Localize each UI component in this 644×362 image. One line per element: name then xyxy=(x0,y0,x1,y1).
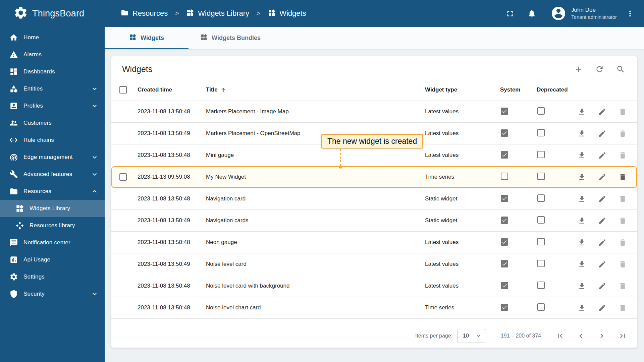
delete-button[interactable] xyxy=(619,108,627,116)
delete-button[interactable] xyxy=(619,282,627,290)
column-header-system[interactable]: System xyxy=(497,86,534,93)
first-page-button[interactable] xyxy=(556,331,565,340)
download-button[interactable] xyxy=(578,151,586,160)
download-button[interactable] xyxy=(578,217,586,225)
edit-button[interactable] xyxy=(598,108,606,116)
sidebar-item-advanced-features[interactable]: Advanced features xyxy=(0,166,105,183)
brand-logo[interactable]: ThingsBoard xyxy=(0,0,105,27)
table-row[interactable]: 2023-11-08 13:50:48Neon gaugeLatest valu… xyxy=(111,232,637,253)
system-checkbox[interactable] xyxy=(501,173,508,180)
edit-button[interactable] xyxy=(598,304,606,312)
delete-button[interactable] xyxy=(619,195,627,203)
warning-icon xyxy=(9,50,18,59)
add-widget-button[interactable] xyxy=(574,65,583,74)
system-checkbox[interactable] xyxy=(501,195,508,202)
delete-button[interactable] xyxy=(619,129,627,138)
download-button[interactable] xyxy=(578,238,586,247)
delete-button[interactable] xyxy=(619,151,627,160)
deprecated-checkbox[interactable] xyxy=(537,282,545,289)
download-button[interactable] xyxy=(578,304,586,312)
system-checkbox[interactable] xyxy=(501,108,508,115)
deprecated-checkbox[interactable] xyxy=(537,107,545,115)
deprecated-checkbox[interactable] xyxy=(537,260,545,267)
column-header-created-time[interactable]: Created time xyxy=(135,86,203,93)
page-size-select[interactable]: 10 xyxy=(457,329,486,343)
deprecated-checkbox[interactable] xyxy=(537,303,545,311)
column-header-deprecated[interactable]: Deprecated xyxy=(534,86,574,93)
edit-button[interactable] xyxy=(598,217,606,225)
sidebar-item-widgets-library[interactable]: Widgets Library xyxy=(0,200,105,217)
user-avatar[interactable] xyxy=(550,5,567,21)
system-checkbox[interactable] xyxy=(501,151,508,159)
sidebar-item-dashboards[interactable]: Dashboards xyxy=(0,63,105,80)
tab-widgets-bundles[interactable]: Widgets Bundles xyxy=(189,27,272,49)
system-checkbox[interactable] xyxy=(501,260,508,267)
more-vert-menu-button[interactable] xyxy=(626,9,635,18)
delete-button[interactable] xyxy=(619,217,627,225)
edit-button[interactable] xyxy=(598,260,606,268)
edit-button[interactable] xyxy=(598,129,606,138)
deprecated-checkbox[interactable] xyxy=(537,129,545,136)
row-checkbox[interactable] xyxy=(119,173,127,181)
last-page-button[interactable] xyxy=(618,331,627,340)
table-row[interactable]: 2023-11-08 13:50:49Navigation cardsStati… xyxy=(111,210,637,232)
sidebar-item-rule-chains[interactable]: Rule chains xyxy=(0,131,105,148)
edit-button[interactable] xyxy=(598,151,606,160)
column-header-widget-type[interactable]: Widget type xyxy=(422,86,497,93)
sidebar-item-resources[interactable]: Resources xyxy=(0,183,105,200)
breadcrumb-widgets-library[interactable]: Widgets Library xyxy=(186,9,249,18)
download-button[interactable] xyxy=(578,282,586,290)
deprecated-checkbox[interactable] xyxy=(537,194,545,202)
edit-button[interactable] xyxy=(598,173,606,181)
tab-widgets[interactable]: Widgets xyxy=(105,27,189,49)
breadcrumb-widgets[interactable]: Widgets xyxy=(268,9,306,18)
delete-button[interactable] xyxy=(619,173,627,181)
sidebar-item-notification-center[interactable]: Notification center xyxy=(0,234,105,251)
system-checkbox[interactable] xyxy=(501,282,508,289)
deprecated-checkbox[interactable] xyxy=(537,238,545,245)
notifications-bell-button[interactable] xyxy=(527,9,536,18)
sidebar-item-settings[interactable]: Settings xyxy=(0,268,105,285)
sidebar-item-home[interactable]: Home xyxy=(0,29,105,46)
sidebar-item-entities[interactable]: Entities xyxy=(0,80,105,97)
system-checkbox[interactable] xyxy=(501,129,508,137)
system-checkbox[interactable] xyxy=(501,238,508,246)
table-row[interactable]: 2023-11-08 13:50:48Markers Placement - I… xyxy=(111,101,637,123)
deprecated-checkbox[interactable] xyxy=(537,173,545,180)
download-button[interactable] xyxy=(578,195,586,203)
sidebar-item-security[interactable]: Security xyxy=(0,285,105,302)
previous-page-button[interactable] xyxy=(577,331,585,340)
edit-button[interactable] xyxy=(598,195,606,203)
edit-button[interactable] xyxy=(598,238,606,247)
download-button[interactable] xyxy=(578,260,586,268)
table-row[interactable]: 2023-11-08 13:50:48Noise level card with… xyxy=(111,275,637,297)
sidebar-item-customers[interactable]: Customers xyxy=(0,114,105,131)
column-header-title[interactable]: Title xyxy=(203,86,422,93)
table-row[interactable]: 2023-11-13 09:59:08My New WidgetTime ser… xyxy=(111,166,637,188)
deprecated-checkbox[interactable] xyxy=(537,151,545,158)
select-all-checkbox[interactable] xyxy=(119,86,127,94)
table-row[interactable]: 2023-11-08 13:50:48Noise level chart car… xyxy=(111,297,637,319)
download-button[interactable] xyxy=(578,129,586,138)
search-button[interactable] xyxy=(616,65,625,74)
download-button[interactable] xyxy=(578,108,586,116)
sidebar-item-profiles[interactable]: Profiles xyxy=(0,97,105,114)
sidebar-item-resources-library[interactable]: Resources library xyxy=(0,217,105,234)
system-checkbox[interactable] xyxy=(501,217,508,224)
delete-button[interactable] xyxy=(619,304,627,312)
table-row[interactable]: 2023-11-08 13:50:48Navigation cardStatic… xyxy=(111,188,637,210)
sidebar-item-edge-management[interactable]: Edge management xyxy=(0,148,105,166)
breadcrumb-resources[interactable]: Resources xyxy=(121,9,168,18)
sidebar-item-alarms[interactable]: Alarms xyxy=(0,46,105,63)
system-checkbox[interactable] xyxy=(501,304,508,311)
deprecated-checkbox[interactable] xyxy=(537,216,545,224)
fullscreen-button[interactable] xyxy=(505,9,515,18)
delete-button[interactable] xyxy=(619,260,627,268)
next-page-button[interactable] xyxy=(597,331,606,340)
sidebar-item-api-usage[interactable]: Api Usage xyxy=(0,251,105,268)
edit-button[interactable] xyxy=(598,282,606,290)
delete-button[interactable] xyxy=(619,238,627,247)
refresh-button[interactable] xyxy=(595,65,604,74)
download-button[interactable] xyxy=(578,173,586,181)
table-row[interactable]: 2023-11-08 13:50:49Noise level cardLates… xyxy=(111,253,637,275)
